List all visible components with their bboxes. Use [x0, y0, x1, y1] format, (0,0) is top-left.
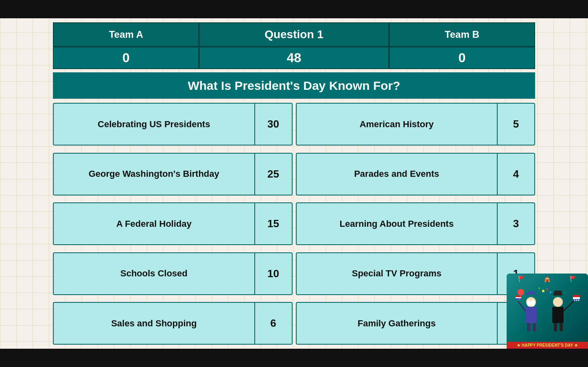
svg-rect-4 [554, 323, 557, 331]
answer-9-text: Sales and Shopping [54, 303, 255, 344]
svg-line-20 [518, 301, 525, 311]
answer-5-text: A Federal Holiday [54, 203, 255, 244]
svg-rect-8 [573, 295, 580, 297]
team-a-label: Team A [109, 29, 143, 40]
answer-row-8[interactable]: Special TV Programs 1 [296, 252, 536, 295]
svg-point-2 [553, 297, 563, 307]
answer-2-text: American History [297, 104, 498, 145]
presidents-svg [515, 285, 580, 338]
svg-rect-19 [533, 323, 536, 331]
answer-5-score: 15 [255, 203, 292, 244]
answer-row-2[interactable]: American History 5 [296, 103, 536, 145]
answer-3-score: 25 [255, 154, 292, 195]
svg-rect-5 [560, 323, 563, 331]
question-label: Question 1 [264, 28, 324, 41]
answer-7-score: 10 [255, 253, 292, 294]
answer-row-3[interactable]: George Washington's Birthday 25 [53, 153, 293, 195]
answer-2-score: 5 [498, 104, 534, 145]
question-header: Question 1 [199, 22, 389, 47]
answer-row-5[interactable]: A Federal Holiday 15 [53, 202, 293, 245]
answer-row-10[interactable]: Family Gatherings 1 [296, 302, 536, 345]
svg-point-25 [518, 289, 524, 295]
top-black-bar [0, 0, 588, 18]
flags-decoration: 🚩 🎪 🚩 [509, 276, 586, 282]
answer-10-text: Family Gatherings [297, 303, 498, 344]
answer-8-text: Special TV Programs [297, 253, 498, 294]
answer-4-text: Parades and Events [297, 154, 498, 195]
answer-6-score: 3 [498, 203, 534, 244]
svg-point-12 [576, 300, 577, 301]
timer-value: 48 [287, 50, 302, 65]
svg-point-11 [574, 300, 575, 301]
svg-point-27 [542, 290, 544, 292]
answer-1-score: 30 [255, 104, 292, 145]
svg-point-13 [578, 300, 579, 301]
team-a-header: Team A [53, 22, 199, 47]
svg-point-30 [538, 287, 540, 289]
team-b-label: Team B [445, 29, 479, 40]
svg-rect-23 [516, 297, 521, 298]
svg-point-15 [527, 300, 531, 306]
svg-rect-1 [554, 291, 562, 294]
question-text: What Is President's Day Known For? [188, 79, 400, 93]
bottom-black-bar [0, 349, 588, 367]
character-decoration: 🚩 🎪 🚩 [507, 274, 588, 349]
score-row: 0 48 0 [53, 47, 535, 69]
character-body: 🚩 🎪 🚩 [507, 274, 588, 349]
svg-rect-17 [525, 307, 537, 323]
answer-9-score: 6 [255, 303, 292, 344]
team-a-score: 0 [53, 47, 199, 69]
svg-rect-9 [573, 297, 580, 299]
svg-rect-3 [552, 307, 564, 323]
team-b-score: 0 [389, 47, 535, 69]
answer-row-9[interactable]: Sales and Shopping 6 [53, 302, 293, 345]
answer-row-6[interactable]: Learning About Presidents 3 [296, 202, 536, 245]
answer-row-4[interactable]: Parades and Events 4 [296, 153, 536, 195]
answer-row-7[interactable]: Schools Closed 10 [53, 252, 293, 295]
svg-line-6 [564, 301, 574, 311]
team-b-score-value: 0 [458, 50, 466, 65]
team-b-header: Team B [389, 22, 535, 47]
svg-point-29 [550, 291, 551, 293]
header-row: Team A Question 1 Team B [53, 22, 535, 47]
svg-point-28 [546, 288, 548, 290]
answers-grid: Celebrating US Presidents 30 American Hi… [53, 103, 535, 349]
question-banner: What Is President's Day Known For? [53, 72, 535, 99]
answer-6-text: Learning About Presidents [297, 203, 498, 244]
answer-3-text: George Washington's Birthday [54, 154, 255, 195]
svg-rect-24 [516, 298, 521, 300]
main-container: Team A Question 1 Team B 0 48 0 What Is … [53, 18, 535, 349]
svg-rect-18 [527, 323, 530, 331]
answer-row-1[interactable]: Celebrating US Presidents 30 [53, 103, 293, 145]
svg-point-16 [531, 300, 535, 306]
team-a-score-value: 0 [122, 50, 130, 65]
answer-1-text: Celebrating US Presidents [54, 104, 255, 145]
timer-display: 48 [199, 47, 389, 69]
answer-7-text: Schools Closed [54, 253, 255, 294]
answer-4-score: 4 [498, 154, 534, 195]
presidents-day-banner: ★ HAPPY PRESIDENT'S DAY ★ [507, 342, 588, 349]
